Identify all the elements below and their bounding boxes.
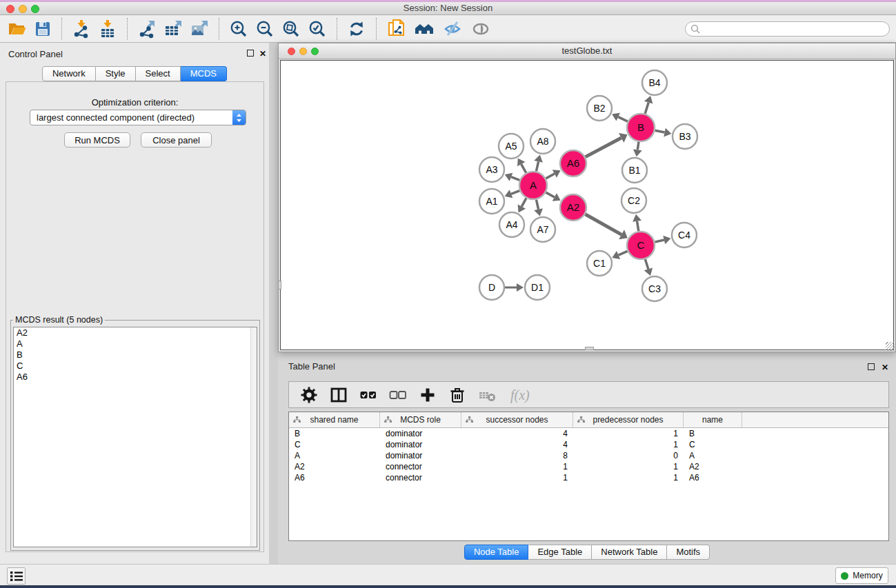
tab-mcds[interactable]: MCDS (181, 66, 227, 81)
table-cell[interactable]: 4 (461, 440, 573, 449)
canvas-grip-horizontal[interactable] (585, 347, 594, 350)
graph-node-B[interactable]: B (627, 114, 655, 141)
float-table-panel-icon[interactable] (868, 363, 875, 372)
function-builder-button[interactable]: f(x) (505, 385, 542, 405)
close-panel-button[interactable]: Close panel (141, 132, 212, 148)
table-cell[interactable]: connector (380, 462, 461, 472)
column-header-shared-name[interactable]: shared name (289, 412, 380, 427)
zoom-selected-button[interactable] (304, 18, 330, 40)
graph-node-A3[interactable]: A3 (479, 157, 504, 182)
tab-style[interactable]: Style (96, 66, 136, 81)
table-cell[interactable]: 4 (461, 429, 573, 438)
delete-column-button[interactable] (444, 385, 470, 405)
table-cell[interactable]: 1 (461, 473, 573, 483)
open-session-button[interactable] (4, 19, 30, 39)
table-cell[interactable]: 1 (461, 462, 573, 472)
graph-node-B3[interactable]: B3 (673, 124, 697, 149)
canvas-grip-vertical[interactable] (278, 281, 281, 290)
import-network-button[interactable] (68, 18, 94, 40)
table-cell[interactable]: A (289, 451, 380, 460)
table-cell[interactable]: B (684, 429, 742, 438)
table-cell[interactable]: A2 (289, 462, 380, 472)
table-cell[interactable]: A6 (289, 473, 380, 483)
mcds-result-list[interactable]: A2ABCA6 (13, 327, 257, 547)
graph-node-A2[interactable]: A2 (560, 194, 586, 221)
tab-edge-table[interactable]: Edge Table (528, 545, 592, 560)
result-list-scrollbar[interactable] (250, 327, 257, 547)
table-settings-button[interactable] (296, 385, 322, 405)
graph-node-A1[interactable]: A1 (479, 189, 504, 214)
close-panel-icon[interactable]: ✕ (259, 49, 266, 59)
memory-button[interactable]: Memory (835, 567, 888, 584)
result-item[interactable]: C (14, 361, 257, 372)
home-button[interactable] (410, 18, 439, 40)
minimize-network-window-button[interactable] (299, 48, 307, 55)
search-input[interactable] (703, 23, 889, 35)
tab-select[interactable]: Select (136, 66, 181, 81)
graph-node-C1[interactable]: C1 (587, 251, 612, 276)
table-row[interactable]: Bdominator41B (289, 428, 888, 439)
table-row[interactable]: A2connector11A2 (289, 461, 888, 472)
refresh-button[interactable] (344, 18, 370, 40)
run-mcds-button[interactable]: Run MCDS (64, 132, 130, 148)
result-item[interactable]: B (14, 349, 257, 361)
graph-node-D[interactable]: D (479, 275, 504, 300)
table-cell[interactable]: dominator (380, 429, 461, 438)
duplicate-network-button[interactable] (383, 17, 410, 41)
window-resize-grip[interactable] (886, 342, 895, 351)
column-header-name[interactable]: name (684, 412, 742, 427)
add-column-button[interactable] (415, 385, 441, 405)
graph-node-A6[interactable]: A6 (560, 150, 586, 176)
save-session-button[interactable] (30, 19, 55, 39)
table-cell[interactable]: 1 (573, 462, 684, 472)
graph-node-D1[interactable]: D1 (525, 275, 550, 300)
minimize-window-button[interactable] (19, 5, 27, 13)
float-panel-icon[interactable] (247, 49, 254, 59)
maximize-network-window-button[interactable] (311, 48, 319, 55)
result-item[interactable]: A2 (14, 327, 257, 338)
table-row[interactable]: Cdominator41C (289, 439, 888, 450)
graph-node-B2[interactable]: B2 (587, 96, 612, 121)
import-table-button[interactable] (94, 18, 121, 40)
select-all-button[interactable] (355, 385, 381, 405)
graph-node-A[interactable]: A (519, 172, 547, 199)
graph-node-C[interactable]: C (627, 232, 655, 259)
graph-node-C3[interactable]: C3 (642, 276, 667, 301)
close-window-button[interactable] (6, 5, 14, 13)
graph-node-C2[interactable]: C2 (621, 188, 646, 213)
table-cell[interactable]: connector (380, 473, 461, 483)
panel-divider[interactable] (269, 43, 278, 564)
tab-network[interactable]: Network (42, 66, 96, 81)
graph-node-B1[interactable]: B1 (622, 158, 647, 183)
table-row[interactable]: Adominator80A (289, 450, 888, 461)
maximize-window-button[interactable] (31, 5, 39, 13)
table-cell[interactable]: A2 (684, 462, 742, 472)
table-cell[interactable]: dominator (380, 451, 461, 460)
zoom-in-button[interactable] (226, 18, 252, 40)
network-window-titlebar[interactable]: testGlobe.txt (279, 43, 895, 59)
graph-node-A4[interactable]: A4 (499, 212, 524, 237)
table-cell[interactable]: 1 (573, 440, 684, 449)
graph-node-C4[interactable]: C4 (672, 223, 697, 247)
result-item[interactable]: A (14, 338, 257, 349)
delete-table-button[interactable] (474, 385, 501, 405)
export-network-button[interactable] (134, 18, 160, 40)
table-cell[interactable]: A6 (684, 473, 742, 483)
show-details-button[interactable] (467, 18, 495, 40)
tab-network-table[interactable]: Network Table (592, 545, 667, 560)
close-network-window-button[interactable] (288, 48, 295, 55)
table-cell[interactable]: 0 (573, 451, 684, 460)
graph-node-B4[interactable]: B4 (642, 70, 667, 95)
task-history-button[interactable] (7, 567, 26, 585)
table-row[interactable]: A6connector11A6 (289, 472, 888, 483)
column-header-successor-nodes[interactable]: successor nodes (461, 412, 573, 427)
show-columns-button[interactable] (326, 385, 352, 405)
table-cell[interactable]: A (684, 451, 742, 460)
table-cell[interactable]: 1 (573, 473, 684, 483)
export-table-button[interactable] (160, 18, 186, 40)
graph-node-A5[interactable]: A5 (499, 134, 524, 159)
tab-motifs[interactable]: Motifs (667, 545, 710, 560)
graph-node-A8[interactable]: A8 (530, 129, 555, 154)
table-cell[interactable]: B (289, 429, 380, 438)
result-item[interactable]: A6 (14, 372, 257, 383)
